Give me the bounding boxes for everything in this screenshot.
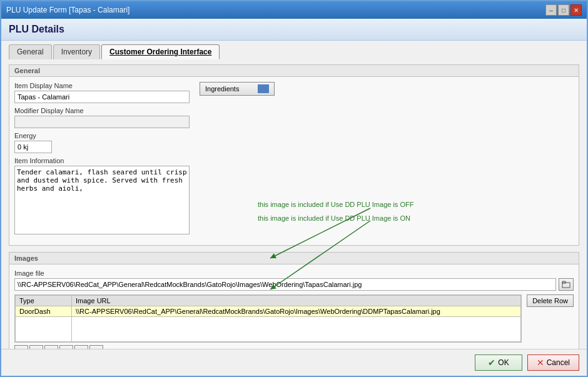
table-area: Type Image URL DoorDash \\RC-APPSERV06\R… [14, 294, 574, 349]
tab-coi[interactable]: Customer Ordering Interface [101, 44, 220, 59]
maximize-button[interactable]: □ [558, 4, 569, 16]
modifier-display-name-group: Modifier Display Name [14, 107, 190, 128]
energy-label: Energy [14, 132, 190, 139]
table-container: Type Image URL DoorDash \\RC-APPSERV06\R… [14, 294, 522, 343]
nav-prev-prev-button[interactable]: ◀◀ [29, 345, 43, 349]
images-table: Type Image URL DoorDash \\RC-APPSERV06\R… [15, 295, 521, 342]
title-bar: PLU Update Form [Tapas - Calamari] – □ ✕ [1, 1, 587, 19]
bottom-bar: ✔ OK ✕ Cancel [1, 349, 587, 376]
images-section: Images Image file [9, 252, 579, 349]
tabs-bar: General Inventory Customer Ordering Inte… [1, 41, 587, 59]
general-section-label: General [9, 65, 579, 77]
tab-general[interactable]: General [9, 44, 52, 59]
item-info-label: Item Information [14, 157, 190, 164]
general-section: General Item Display Name Modifier Displ… [9, 64, 579, 246]
title-bar-buttons: – □ ✕ [545, 4, 582, 16]
nav-prev-button[interactable]: ◀ [44, 345, 58, 349]
close-button[interactable]: ✕ [570, 4, 582, 16]
table-actions: Delete Row [527, 294, 574, 349]
image-file-input[interactable] [14, 278, 556, 291]
item-info-group: Item Information Tender calamari, flash … [14, 157, 190, 236]
col-type: Type [16, 296, 72, 306]
nav-next-button[interactable]: ▶ [59, 345, 73, 349]
item-display-name-group: Item Display Name [14, 82, 190, 103]
table-row[interactable]: DoorDash \\RC-APPSERV06\RedCat_APP\Gener… [16, 306, 521, 317]
col-image-url: Image URL [72, 296, 521, 306]
table-row-empty [16, 317, 521, 342]
ok-button[interactable]: ✔ OK [475, 354, 522, 371]
image-file-row [14, 278, 574, 291]
file-icon [562, 281, 570, 288]
minimize-button[interactable]: – [545, 4, 557, 16]
cell-image-url: \\RC-APPSERV06\RedCat_APP\General\Redcat… [72, 306, 521, 317]
item-display-name-label: Item Display Name [14, 82, 190, 89]
title-bar-text: PLU Update Form [Tapas - Calamari] [6, 6, 129, 14]
cell-type: DoorDash [16, 306, 72, 317]
modifier-display-name-label: Modifier Display Name [14, 107, 190, 114]
item-display-name-input[interactable] [14, 91, 190, 103]
tab-inventory[interactable]: Inventory [53, 44, 100, 59]
item-info-textarea[interactable]: Tender calamari, flash seared until cris… [14, 166, 190, 234]
window-title: PLU Details [9, 24, 64, 34]
file-browse-button[interactable] [559, 278, 574, 291]
modifier-display-name-input[interactable] [14, 116, 190, 128]
energy-group: Energy [14, 132, 190, 153]
ingredients-icon [258, 84, 269, 93]
nav-buttons: ⏮ ◀◀ ◀ ▶ ▶▶ ⏭ [14, 345, 522, 349]
nav-first-button[interactable]: ⏮ [14, 345, 28, 349]
window-header: PLU Details [1, 19, 587, 41]
general-left: Item Display Name Modifier Display Name … [14, 82, 190, 240]
general-right: Ingredients [200, 82, 574, 240]
delete-row-button[interactable]: Delete Row [527, 294, 574, 307]
general-layout: Item Display Name Modifier Display Name … [14, 82, 574, 240]
image-file-label: Image file [14, 269, 574, 277]
x-icon: ✕ [537, 358, 544, 368]
nav-next-next-button[interactable]: ▶▶ [74, 345, 88, 349]
ingredients-button[interactable]: Ingredients [200, 82, 275, 96]
energy-input[interactable] [14, 141, 52, 153]
cancel-button[interactable]: ✕ Cancel [527, 354, 579, 371]
checkmark-icon: ✔ [488, 358, 495, 368]
images-section-label: Images [9, 253, 579, 264]
table-main: Type Image URL DoorDash \\RC-APPSERV06\R… [14, 294, 522, 349]
nav-last-button[interactable]: ⏭ [89, 345, 103, 349]
content-area: General Item Display Name Modifier Displ… [1, 59, 587, 349]
